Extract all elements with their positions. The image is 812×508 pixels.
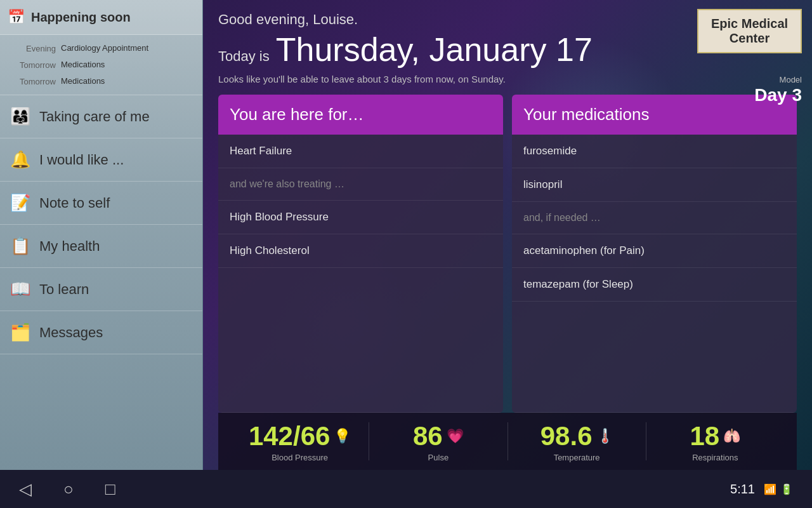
- taking-care-label: Taking care of me: [39, 109, 150, 125]
- event-row-2: Tomorrow Medications: [0, 57, 202, 73]
- to-learn-label: To learn: [39, 281, 89, 298]
- bp-label: Blood Pressure: [272, 453, 328, 462]
- back-button[interactable]: ◁: [19, 479, 32, 499]
- event-row-1: Evening Cardiology Appointment: [0, 40, 202, 57]
- if-needed-label: and, if needed …: [512, 202, 797, 234]
- sidebar-item-messages[interactable]: 🗂️ Messages: [0, 311, 202, 354]
- taking-care-icon: 👨‍👩‍👧: [9, 107, 32, 126]
- status-bar: 5:11 📶 🔋: [730, 482, 793, 497]
- med-prn-1: acetaminophen (for Pain): [512, 234, 797, 268]
- pulse-value: 86: [413, 421, 443, 451]
- sidebar-item-i-would-like[interactable]: 🔔 I would like ...: [0, 138, 202, 182]
- here-for-header: You are here for…: [218, 95, 503, 135]
- sidebar-item-my-health[interactable]: 📋 My health: [0, 225, 202, 268]
- leave-note-text: Looks like you'll be able to leave about…: [218, 74, 797, 84]
- sidebar-item-taking-care[interactable]: 👨‍👩‍👧 Taking care of me: [0, 95, 202, 138]
- today-is-label: Today is: [218, 48, 270, 65]
- med-prn-2: temazepam (for Sleep): [512, 268, 797, 302]
- wifi-icon: 📶: [764, 483, 776, 495]
- note-icon: 📝: [9, 193, 32, 213]
- vitals-bar: 142/66 💡 Blood Pressure 86 💗 Pulse 98.6 …: [218, 413, 797, 470]
- messages-icon: 🗂️: [9, 323, 32, 342]
- event-row-3: Tomorrow Medications: [0, 73, 202, 90]
- battery-icon: 🔋: [780, 483, 793, 495]
- sidebar-item-note-to-self[interactable]: 📝 Note to self: [0, 182, 202, 225]
- meds-empty-space: [512, 302, 797, 413]
- event-name-1: Cardiology Appointment: [61, 43, 148, 53]
- pulse-icon: 💗: [447, 428, 464, 444]
- event-name-2: Medications: [61, 60, 105, 69]
- book-icon: 📖: [9, 279, 32, 299]
- medications-title: Your medications: [523, 105, 650, 124]
- model-day: Day 3: [754, 85, 802, 105]
- happening-soon-title: Happening soon: [31, 10, 131, 25]
- vital-pulse: 86 💗 Pulse: [369, 421, 507, 462]
- sidebar-item-to-learn[interactable]: 📖 To learn: [0, 268, 202, 311]
- event-time-3: Tomorrow: [10, 76, 61, 86]
- vital-respirations: 18 🫁 Respirations: [646, 421, 784, 462]
- event-time-1: Evening: [10, 43, 61, 53]
- date-display: Thursday, January 17: [276, 30, 593, 69]
- med-regular-2: lisinopril: [512, 168, 797, 202]
- medications-body: furosemide lisinopril and, if needed … a…: [512, 135, 797, 413]
- also-treating-label: and we're also treating …: [218, 168, 503, 201]
- temp-value-row: 98.6 🌡️: [540, 421, 613, 451]
- bp-value: 142/66: [249, 421, 330, 451]
- model-label: Model: [780, 75, 802, 84]
- pulse-value-row: 86 💗: [413, 421, 464, 451]
- note-to-self-label: Note to self: [39, 195, 110, 211]
- temp-label: Temperature: [554, 453, 600, 462]
- vital-blood-pressure: 142/66 💡 Blood Pressure: [231, 421, 369, 462]
- sidebar-header: 📅 Happening soon: [0, 0, 202, 35]
- cards-area: You are here for… Heart Failure and we'r…: [218, 95, 797, 413]
- here-for-empty-space: [218, 268, 503, 413]
- resp-value-row: 18 🫁: [690, 421, 741, 451]
- vital-temperature: 98.6 🌡️ Temperature: [508, 421, 646, 462]
- resp-icon: 🫁: [723, 428, 740, 444]
- temp-icon: 🌡️: [596, 428, 613, 444]
- events-list: Evening Cardiology Appointment Tomorrow …: [0, 35, 202, 95]
- pulse-label: Pulse: [428, 453, 449, 462]
- med-regular-1: furosemide: [512, 135, 797, 168]
- event-time-2: Tomorrow: [10, 60, 61, 70]
- epic-logo-line1: Epic Medical: [707, 17, 792, 31]
- status-icons: 📶 🔋: [764, 483, 793, 495]
- home-button[interactable]: ○: [63, 479, 74, 499]
- temp-value: 98.6: [540, 421, 593, 451]
- main-content: Epic Medical Center Model Day 3 Good eve…: [203, 0, 812, 470]
- condition-1: High Blood Pressure: [218, 201, 503, 234]
- messages-label: Messages: [39, 324, 103, 341]
- resp-label: Respirations: [692, 453, 738, 462]
- event-name-3: Medications: [61, 76, 105, 86]
- bp-icon: 💡: [334, 428, 351, 444]
- calendar-icon: 📅: [8, 9, 25, 25]
- health-icon: 📋: [9, 236, 32, 256]
- bottom-nav: ◁ ○ □: [19, 479, 115, 499]
- here-for-title: You are here for…: [230, 105, 364, 124]
- resp-value: 18: [690, 421, 720, 451]
- here-for-card: You are here for… Heart Failure and we'r…: [218, 95, 503, 413]
- my-health-label: My health: [39, 238, 100, 255]
- bp-value-row: 142/66 💡: [249, 421, 351, 451]
- bottom-bar: ◁ ○ □ 5:11 📶 🔋: [0, 470, 812, 508]
- status-time: 5:11: [730, 482, 755, 497]
- apps-button[interactable]: □: [105, 479, 115, 499]
- condition-2: High Cholesterol: [218, 234, 503, 268]
- here-for-body: Heart Failure and we're also treating … …: [218, 135, 503, 413]
- epic-logo-line2: Center: [707, 31, 792, 46]
- epic-logo: Epic Medical Center: [697, 9, 802, 53]
- i-would-like-label: I would like ...: [39, 152, 124, 168]
- sidebar: 📅 Happening soon Evening Cardiology Appo…: [0, 0, 203, 470]
- primary-condition: Heart Failure: [218, 135, 503, 168]
- bell-icon: 🔔: [9, 150, 32, 170]
- medications-card: Your medications furosemide lisinopril a…: [512, 95, 797, 413]
